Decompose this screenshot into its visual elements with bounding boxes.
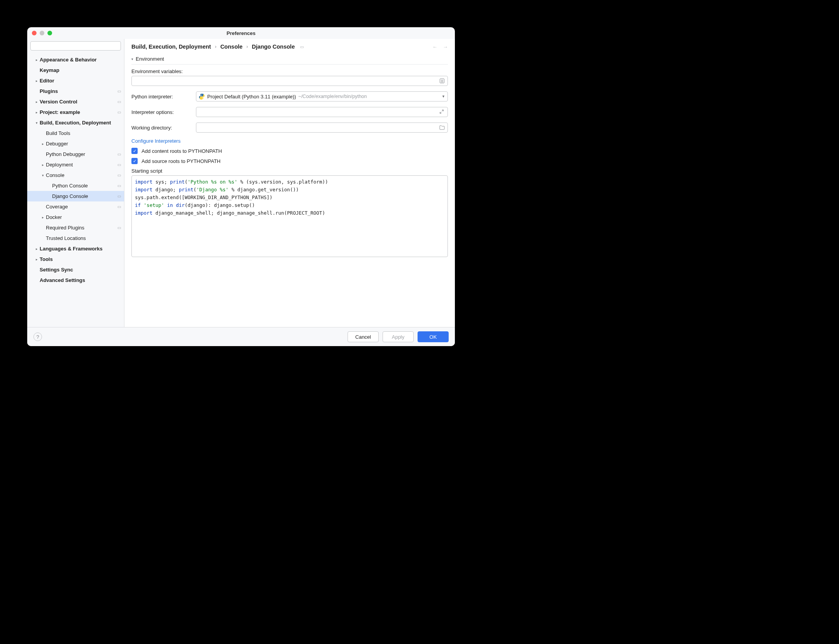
tree-item-label: Build, Execution, Deployment	[40, 120, 121, 126]
list-icon[interactable]	[439, 78, 445, 84]
project-scope-badge-icon: ▭	[117, 194, 121, 198]
interpreter-options-label: Interpreter options:	[131, 109, 193, 115]
window-title: Preferences	[227, 30, 255, 36]
tree-item-keymap[interactable]: Keymap	[27, 65, 124, 75]
project-scope-badge-icon: ▭	[117, 184, 121, 188]
env-vars-label: Environment variables:	[131, 68, 193, 74]
chevron-right-icon: ▸	[33, 247, 40, 251]
tree-item-build-tools[interactable]: Build Tools	[27, 128, 124, 138]
tree-item-label: Languages & Frameworks	[40, 246, 121, 252]
env-vars-input[interactable]	[131, 76, 448, 86]
interpreter-options-input[interactable]	[196, 107, 448, 117]
question-icon: ?	[36, 334, 39, 340]
tree-item-label: Appearance & Behavior	[40, 57, 121, 63]
tree-item-label: Docker	[46, 214, 121, 220]
traffic-lights	[32, 31, 52, 35]
interpreter-path: ~/Code/example/env/bin/python	[298, 94, 367, 99]
tree-item-appearance-behavior[interactable]: ▸Appearance & Behavior	[27, 54, 124, 65]
checkbox-checked-icon: ✓	[131, 148, 138, 154]
tree-item-label: Advanced Settings	[40, 277, 121, 283]
tree-item-advanced-settings[interactable]: Advanced Settings	[27, 275, 124, 285]
cancel-button[interactable]: Cancel	[348, 331, 379, 342]
working-dir-label: Working directory:	[131, 125, 193, 131]
dialog-footer: ? Cancel Apply OK	[27, 327, 455, 346]
chevron-right-icon: ▸	[33, 79, 40, 83]
tree-item-label: Settings Sync	[40, 267, 121, 273]
add-content-roots-checkbox[interactable]: ✓ Add content roots to PYTHONPATH	[131, 148, 448, 154]
tree-item-trusted-locations[interactable]: Trusted Locations	[27, 233, 124, 243]
chevron-down-icon: ▾	[33, 121, 40, 125]
breadcrumb-console[interactable]: Console	[220, 44, 243, 50]
tree-item-project-example[interactable]: ▸Project: example▭	[27, 107, 124, 117]
chevron-down-icon: ▾	[131, 57, 133, 61]
tree-item-debugger[interactable]: ▸Debugger	[27, 138, 124, 149]
tree-item-label: Plugins	[40, 88, 117, 94]
chevron-right-icon: ▸	[40, 142, 46, 146]
tree-item-deployment[interactable]: ▸Deployment▭	[27, 159, 124, 170]
tree-item-label: Python Console	[52, 183, 117, 189]
breadcrumb-build[interactable]: Build, Execution, Deployment	[131, 44, 211, 50]
tree-item-label: Deployment	[46, 162, 117, 168]
add-source-roots-checkbox[interactable]: ✓ Add source roots to PYTHONPATH	[131, 158, 448, 164]
starting-script-editor[interactable]: import sys; print('Python %s on %s' % (s…	[131, 175, 448, 257]
tree-item-label: Version Control	[40, 99, 117, 105]
content-pane: Build, Execution, Deployment › Console ›…	[124, 39, 455, 327]
project-scope-badge-icon: ▭	[117, 110, 121, 114]
expand-icon[interactable]	[439, 109, 445, 115]
section-environment-header[interactable]: ▾ Environment	[131, 54, 448, 65]
settings-tree: ▸Appearance & BehaviorKeymap▸EditorPlugi…	[27, 53, 124, 325]
checkbox-checked-icon: ✓	[131, 158, 138, 164]
tree-item-coverage[interactable]: Coverage▭	[27, 201, 124, 212]
tree-item-label: Build Tools	[46, 130, 121, 136]
tree-item-python-console[interactable]: Python Console▭	[27, 180, 124, 191]
tree-item-label: Debugger	[46, 141, 121, 147]
interpreter-value: Project Default (Python 3.11 (example))	[207, 94, 296, 100]
window-zoom-button[interactable]	[47, 31, 52, 35]
breadcrumb-sep: ›	[246, 44, 248, 49]
tree-item-docker[interactable]: ▸Docker	[27, 212, 124, 222]
window-close-button[interactable]	[32, 31, 37, 35]
ok-button[interactable]: OK	[418, 331, 449, 342]
tree-item-version-control[interactable]: ▸Version Control▭	[27, 96, 124, 107]
python-icon	[199, 93, 205, 100]
svg-point-6	[201, 94, 201, 95]
tree-item-languages-frameworks[interactable]: ▸Languages & Frameworks	[27, 243, 124, 254]
folder-icon[interactable]	[439, 124, 445, 131]
sidebar: ▸Appearance & BehaviorKeymap▸EditorPlugi…	[27, 39, 124, 327]
tree-item-label: Keymap	[40, 67, 121, 73]
chevron-down-icon: ▾	[40, 173, 46, 177]
tree-item-label: Django Console	[52, 193, 117, 199]
project-scope-badge-icon: ▭	[117, 173, 121, 177]
titlebar: Preferences	[27, 27, 455, 39]
help-button[interactable]: ?	[33, 332, 42, 341]
tree-item-settings-sync[interactable]: Settings Sync	[27, 264, 124, 275]
nav-back-icon[interactable]: ←	[432, 44, 437, 50]
window-minimise-button[interactable]	[40, 31, 44, 35]
tree-item-label: Editor	[40, 78, 121, 84]
tree-item-django-console[interactable]: Django Console▭	[27, 191, 124, 201]
tree-item-tools[interactable]: ▸Tools	[27, 254, 124, 264]
nav-forward-icon[interactable]: →	[443, 44, 448, 50]
add-content-roots-label: Add content roots to PYTHONPATH	[142, 148, 222, 154]
chevron-right-icon: ▸	[40, 215, 46, 219]
project-scope-badge-icon: ▭	[117, 205, 121, 209]
tree-item-plugins[interactable]: Plugins▭	[27, 86, 124, 96]
interpreter-select[interactable]: Project Default (Python 3.11 (example)) …	[196, 91, 448, 102]
tree-item-required-plugins[interactable]: Required Plugins▭	[27, 222, 124, 233]
tree-item-editor[interactable]: ▸Editor	[27, 75, 124, 86]
project-scope-badge-icon: ▭	[117, 152, 121, 156]
tree-item-label: Trusted Locations	[46, 235, 121, 241]
working-dir-input[interactable]	[196, 122, 448, 133]
project-scope-badge-icon: ▭	[117, 89, 121, 93]
tree-item-build-execution-deployment[interactable]: ▾Build, Execution, Deployment	[27, 117, 124, 128]
tree-item-console[interactable]: ▾Console▭	[27, 170, 124, 180]
breadcrumb-sep: ›	[215, 44, 217, 49]
configure-interpreters-link[interactable]: Configure Interpreters	[131, 138, 180, 144]
tree-item-python-debugger[interactable]: Python Debugger▭	[27, 149, 124, 159]
apply-button[interactable]: Apply	[383, 331, 414, 342]
add-source-roots-label: Add source roots to PYTHONPATH	[142, 158, 220, 164]
starting-script-label: Starting script	[131, 168, 448, 174]
breadcrumb-django-console: Django Console	[252, 44, 295, 50]
chevron-right-icon: ▸	[33, 58, 40, 62]
search-input[interactable]	[30, 41, 121, 51]
